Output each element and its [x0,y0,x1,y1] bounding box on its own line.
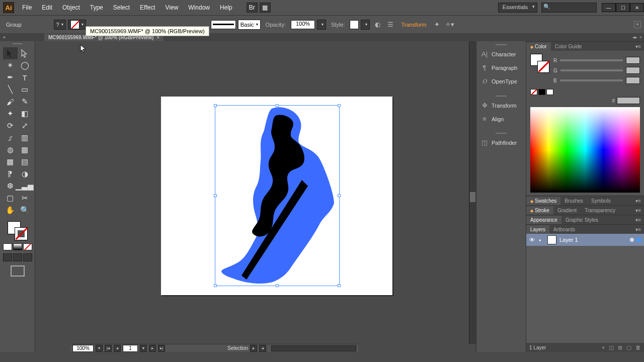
tab-close-all-icon[interactable]: × [639,35,642,40]
swatches-panel-menu-icon[interactable]: ▾≡ [632,198,644,204]
panel-pathfinder[interactable]: ◫Pathfinder [476,136,526,149]
channel-r-field[interactable] [626,57,640,64]
first-artboard-button[interactable]: |◂ [105,345,112,352]
recolor-artwork-icon[interactable]: ◐ [372,19,383,30]
direct-selection-tool[interactable] [18,47,32,59]
menu-object[interactable]: Object [57,1,85,15]
workspace-switcher[interactable]: Essentials [498,3,537,13]
tab-brushes[interactable]: Brushes [560,197,587,205]
channel-r-slider[interactable] [560,59,623,61]
align-icon[interactable]: ☰ [385,19,396,30]
panel-opentype[interactable]: 𝑂OpenType [476,74,526,88]
column-graph-tool[interactable]: ▁▃▅ [18,180,32,192]
resize-handle-tm[interactable] [276,104,279,107]
artboard-index-field[interactable]: 1 [123,345,138,352]
menu-type[interactable]: Type [85,1,108,15]
layer-row[interactable]: 👁 ▸ Layer 1 [526,234,644,246]
brush-definition-dropdown[interactable]: Basic [238,20,261,30]
zoom-field[interactable]: 100% [72,345,94,352]
pencil-tool[interactable]: ✎ [18,96,32,108]
layer-twirl-icon[interactable]: ▸ [539,238,544,242]
free-transform-tool[interactable]: ▥ [18,132,32,144]
tab-overflow-icon[interactable]: ◂▸ [632,35,637,40]
status-menu-button[interactable]: ▸ [250,345,257,352]
make-clipping-mask-icon[interactable]: ◫ [609,344,614,351]
draw-normal[interactable] [3,253,12,261]
last-artboard-button[interactable]: ▸| [158,345,165,352]
horizontal-scrollbar[interactable] [271,345,356,351]
layer-name[interactable]: Layer 1 [559,237,578,243]
panel-align[interactable]: ≡Align [476,112,526,126]
tab-symbols[interactable]: Symbols [587,197,614,205]
last-color-none[interactable] [530,89,537,95]
arrange-docs-button[interactable]: ▦ [260,3,271,13]
fill-stroke-control[interactable] [8,221,28,240]
tab-appearance[interactable]: Appearance [526,216,561,224]
tab-color-guide[interactable]: Color Guide [551,42,586,51]
tab-transparency[interactable]: Transparency [581,206,619,215]
tab-gradient[interactable]: Gradient [553,206,581,215]
panel-transform[interactable]: ✥Transform [476,99,526,112]
magic-wand-tool[interactable]: ✴ [3,59,18,71]
layer-target-icon[interactable] [630,238,634,242]
stroke-panel-menu-icon[interactable]: ▾≡ [632,208,644,213]
menu-effect[interactable]: Effect [135,1,160,15]
last-color-black[interactable] [538,89,545,95]
color-mode-gradient[interactable] [13,243,22,250]
color-spectrum[interactable] [530,107,640,193]
color-panel-menu-icon[interactable]: ▾≡ [632,44,644,49]
locate-object-icon[interactable]: ⌖ [602,344,605,351]
prev-artboard-button[interactable]: ◂ [114,345,121,352]
canvas[interactable]: 100% ▾ |◂ ◂ 1 ▾ ▸ ▸| Selection ▸ ◂ [35,41,476,352]
window-close-button[interactable]: ✕ [630,3,644,12]
mesh-tool[interactable]: ▩ [3,156,18,168]
resize-handle-mr[interactable] [338,194,341,197]
stroke-swatch[interactable] [15,227,28,240]
bridge-button[interactable]: Br [247,3,258,13]
menu-window[interactable]: Window [183,1,215,15]
resize-handle-ml[interactable] [214,194,217,197]
last-color-white[interactable] [546,89,553,95]
draw-behind[interactable] [13,253,22,261]
scale-tool[interactable]: ⤢ [18,120,32,132]
window-maximize-button[interactable]: ☐ [616,3,630,12]
color-fill-stroke[interactable] [530,54,549,73]
rectangle-tool[interactable]: ▭ [18,83,32,96]
resize-handle-bl[interactable] [214,284,217,287]
selection-bounding-box[interactable] [215,105,340,286]
next-artboard-button[interactable]: ▸ [149,345,156,352]
appearance-panel-menu-icon[interactable]: ▾≡ [632,217,644,223]
menu-edit[interactable]: Edit [37,1,57,15]
color-mode-solid[interactable] [3,243,12,250]
tab-stroke[interactable]: ◆Stroke [526,206,553,215]
line-tool[interactable]: ╲ [3,83,18,96]
zoom-tool[interactable]: 🔍 [18,204,32,216]
draw-inside[interactable] [23,253,32,261]
color-mode-none[interactable] [23,243,32,250]
hscroll-left[interactable]: ◂ [259,345,266,352]
opacity-field[interactable]: 100% [291,20,315,29]
fill-dropdown[interactable]: ? [54,20,66,30]
window-minimize-button[interactable]: — [602,3,616,12]
zoom-dropdown[interactable]: ▾ [96,345,103,352]
tab-artboards[interactable]: Artboards [549,225,579,234]
color-stroke-swatch[interactable] [537,61,549,73]
rotate-tool[interactable]: ⟳ [3,120,18,132]
paintbrush-tool[interactable]: 🖌 [3,96,18,108]
panel-character[interactable]: A|Character [476,47,526,61]
blob-brush-tool[interactable]: ✦ [3,108,18,120]
opacity-dropdown[interactable] [317,20,326,30]
vscroll-thumb[interactable] [470,192,475,202]
resize-handle-tr[interactable] [338,104,341,107]
stroke-swatch-dropdown[interactable] [68,20,86,30]
menu-file[interactable]: File [17,1,37,15]
hex-field[interactable] [617,97,640,104]
vertical-scrollbar[interactable] [469,41,476,344]
resize-handle-br[interactable] [338,284,341,287]
tab-layers[interactable]: Layers [526,225,549,234]
transform-link[interactable]: Transform [398,22,429,28]
channel-g-slider[interactable] [560,69,623,71]
artboard-tool[interactable]: ▢ [3,192,18,204]
type-tool[interactable]: T [18,71,32,83]
width-tool[interactable]: ⎎ [3,132,18,144]
